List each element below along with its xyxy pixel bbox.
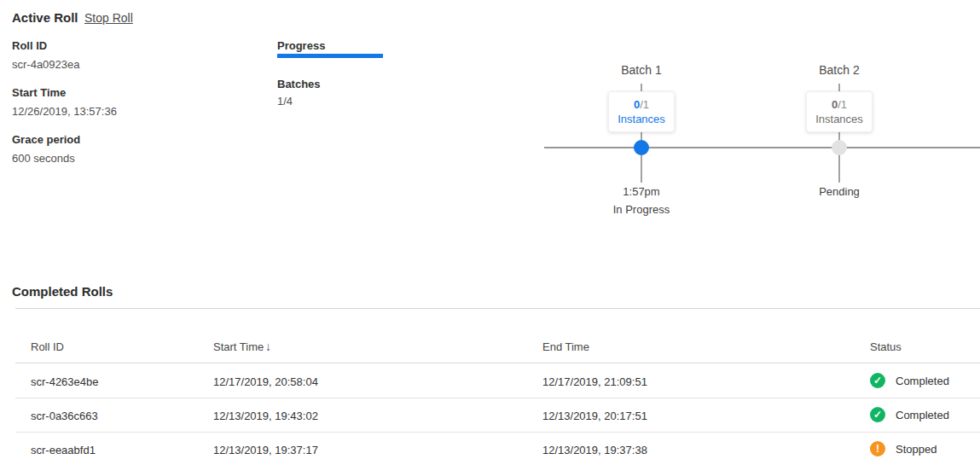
roll-id-value: scr-4a0923ea <box>12 58 80 71</box>
batch-2-instance-count: 0/1 <box>807 98 872 111</box>
batches-value: 1/4 <box>277 95 293 108</box>
column-header-status[interactable]: Status <box>870 340 902 353</box>
cell-roll-id: scr-4263e4be <box>31 375 99 388</box>
cell-start-time: 12/13/2019, 19:43:02 <box>213 410 318 422</box>
batch-2-time: Pending <box>788 185 890 198</box>
start-time-value: 12/26/2019, 13:57:36 <box>12 105 117 118</box>
cell-status: ✓ Completed <box>870 407 949 422</box>
status-label: Completed <box>896 375 949 387</box>
column-header-start-time[interactable]: Start Time <box>213 340 264 353</box>
start-time-field: Start Time 12/26/2019, 13:57:36 <box>12 86 117 118</box>
completed-rolls-title: Completed Rolls <box>12 284 113 299</box>
section-divider <box>15 308 980 309</box>
status-stopped-icon: ! <box>870 441 885 456</box>
cell-start-time: 12/13/2019, 19:37:17 <box>213 444 318 456</box>
cell-start-time: 12/17/2019, 20:58:04 <box>213 375 318 388</box>
batch-1-count-total: /1 <box>640 98 649 111</box>
batch-2-name: Batch 2 <box>788 63 890 77</box>
batch-1-instance-count: 0/1 <box>609 98 674 111</box>
cell-status: ✓ Completed <box>870 373 949 388</box>
cell-end-time: 12/13/2019, 19:37:38 <box>542 444 647 456</box>
batch-1-instances-label: Instances <box>609 113 674 125</box>
grace-period-value: 600 seconds <box>12 152 80 165</box>
progress-bar <box>277 54 383 58</box>
batch-2-instances-card: 0/1 Instances <box>806 91 873 132</box>
sort-desc-icon[interactable]: ↓ <box>265 340 271 353</box>
cell-roll-id: scr-0a36c663 <box>31 410 98 422</box>
status-label: Completed <box>896 409 949 421</box>
grace-period-field: Grace period 600 seconds <box>12 133 80 165</box>
grace-period-label: Grace period <box>12 133 80 146</box>
batch-2-count-total: /1 <box>838 98 847 111</box>
progress-bar-fill <box>277 54 383 58</box>
table-header-divider <box>15 363 980 363</box>
roll-dashboard: Active Roll Stop Roll Roll ID scr-4a0923… <box>0 0 980 465</box>
cell-status: ! Stopped <box>870 441 937 456</box>
status-completed-icon: ✓ <box>870 407 885 422</box>
batch-1-name: Batch 1 <box>590 63 693 77</box>
timeline-axis <box>544 147 980 148</box>
batch-1-time: 1:57pm <box>590 185 693 198</box>
batch-1-instances-card[interactable]: 0/1 Instances <box>608 91 675 132</box>
batch-2-instances-label: Instances <box>807 113 872 125</box>
batch-1-timeline-dot <box>634 140 649 155</box>
roll-id-field: Roll ID scr-4a0923ea <box>12 39 80 71</box>
batches-label: Batches <box>277 78 321 90</box>
start-time-label: Start Time <box>12 86 117 99</box>
active-roll-title: Active Roll <box>12 10 78 25</box>
row-divider <box>15 398 980 398</box>
cell-end-time: 12/13/2019, 20:17:51 <box>542 410 647 422</box>
stop-roll-link[interactable]: Stop Roll <box>84 11 133 25</box>
row-divider <box>15 432 980 433</box>
cell-end-time: 12/17/2019, 21:09:51 <box>542 375 647 388</box>
roll-id-label: Roll ID <box>12 39 80 52</box>
batch-2-timeline-dot <box>832 140 847 155</box>
batch-1-status: In Progress <box>590 203 693 216</box>
status-label: Stopped <box>896 443 937 456</box>
status-completed-icon: ✓ <box>870 373 885 388</box>
column-header-roll-id[interactable]: Roll ID <box>31 340 64 353</box>
cell-roll-id: scr-eeaabfd1 <box>31 444 96 456</box>
progress-label: Progress <box>277 39 325 52</box>
column-header-end-time[interactable]: End Time <box>542 340 589 353</box>
